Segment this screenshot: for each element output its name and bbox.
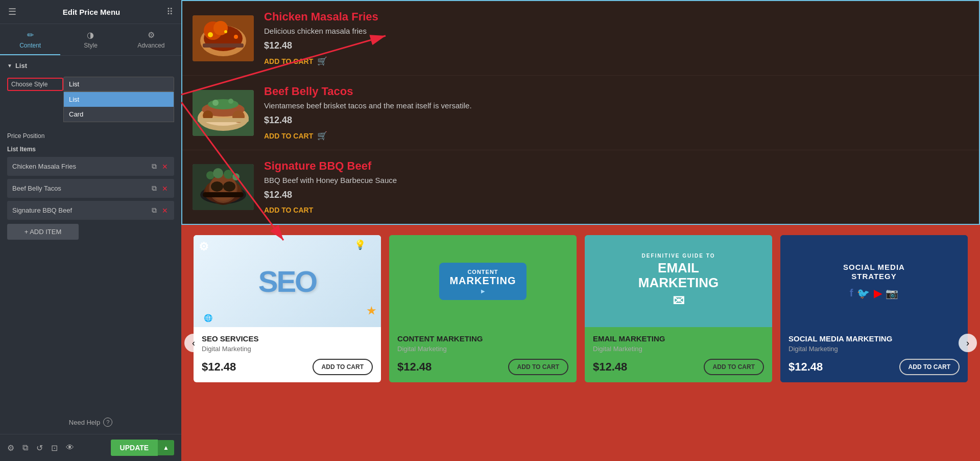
tab-advanced[interactable]: ⚙ Advanced xyxy=(121,24,181,55)
need-help-section: Need Help ? xyxy=(0,410,181,434)
email-envelope-icon: ✉ xyxy=(673,292,684,309)
update-btn-group: UPDATE ▲ xyxy=(111,440,174,456)
list-item-2-actions: ⧉ ✕ xyxy=(151,205,169,216)
card-2-image: DEFINITIVE GUIDE TO EMAILMARKETING ✉ xyxy=(585,235,772,327)
list-item-1-copy[interactable]: ⧉ xyxy=(151,183,158,194)
menu-item-1-desc: Vientamese beef brisket tacos and the me… xyxy=(264,101,969,110)
menu-item-1-cart[interactable]: ADD TO CART 🛒 xyxy=(264,131,327,141)
layers-icon[interactable]: ⧉ xyxy=(22,443,28,453)
card-0-subtitle: Digital Marketing xyxy=(202,345,373,353)
update-button[interactable]: UPDATE xyxy=(111,440,158,456)
card-0-image: SEO ⚙ 💡 ★ 🌐 xyxy=(194,235,381,327)
card-0-price: $12.48 xyxy=(202,360,236,374)
card-2-title: EMAIL MARKETING xyxy=(593,334,764,343)
card-0-cart-button[interactable]: ADD TO CART xyxy=(313,359,373,375)
youtube-icon: ▶ xyxy=(874,287,881,299)
add-item-button[interactable]: + ADD ITEM xyxy=(7,224,79,240)
carousel-prev-arrow[interactable]: ‹ xyxy=(184,334,203,352)
menu-item-2-cart[interactable]: ADD TO CART xyxy=(264,206,313,214)
card-1-image: CONTENT MARKETING ▶ xyxy=(389,235,577,327)
list-item-1-actions: ⧉ ✕ xyxy=(151,183,169,194)
cards-section: SEO ⚙ 💡 ★ 🌐 SEO SERVICES Digital Marketi… xyxy=(181,225,980,461)
menu-item-2-desc: BBQ Beef with Honey Barbecue Sauce xyxy=(264,176,969,185)
menu-item-2-price: $12.48 xyxy=(264,190,969,200)
menu-item-0-desc: Delicious chicken masala fries xyxy=(264,27,969,35)
social-icons-row: f 🐦 ▶ 📷 xyxy=(850,287,899,299)
sidebar-content: ▼ List Choose Style List Card List Card … xyxy=(0,56,181,410)
menu-item-1-price: $12.48 xyxy=(264,115,969,126)
card-2-cart-button[interactable]: ADD TO CART xyxy=(704,359,764,375)
tabs-container: ✏ Content ◑ Style ⚙ Advanced xyxy=(0,24,181,56)
seo-icon-1: ⚙ xyxy=(199,240,209,253)
dropdown-option-card[interactable]: Card xyxy=(64,107,174,122)
menu-item-0-cart[interactable]: ADD TO CART 🛒 xyxy=(264,56,327,66)
svg-point-19 xyxy=(228,99,233,104)
tab-content[interactable]: ✏ Content xyxy=(0,24,60,55)
svg-rect-16 xyxy=(198,118,249,122)
carousel-next-arrow[interactable]: › xyxy=(959,334,977,352)
card-3-title: SOCIAL MEDIA MARKETING xyxy=(788,334,960,343)
menu-item-0: Chicken Masala Fries Delicious chicken m… xyxy=(182,1,979,76)
card-1-title: CONTENT MARKETING xyxy=(397,334,568,343)
twitter-icon: 🐦 xyxy=(857,287,870,299)
card-3-body: SOCIAL MEDIA MARKETING Digital Marketing… xyxy=(780,327,968,382)
list-item-0-actions: ⧉ ✕ xyxy=(151,161,169,172)
list-section-header: ▼ List xyxy=(7,62,174,70)
card-2-subtitle: Digital Marketing xyxy=(593,345,764,353)
svg-point-7 xyxy=(234,35,238,39)
responsive-icon[interactable]: ⊡ xyxy=(51,443,58,453)
settings-icon[interactable]: ⚙ xyxy=(7,443,14,453)
menu-item-0-info: Chicken Masala Fries Delicious chicken m… xyxy=(264,10,969,66)
choose-style-row: Choose Style List Card List Card xyxy=(7,77,174,91)
list-item-0-copy[interactable]: ⧉ xyxy=(151,161,158,172)
menu-item-2: Signature BBQ Beef BBQ Beef with Honey B… xyxy=(182,150,979,224)
sidebar: ☰ Edit Price Menu ⠿ ✏ Content ◑ Style ⚙ … xyxy=(0,0,181,461)
help-icon[interactable]: ? xyxy=(103,418,112,427)
card-3-cart-button[interactable]: ADD TO CART xyxy=(899,359,960,375)
tab-style[interactable]: ◑ Style xyxy=(60,24,121,55)
cart-icon-0: 🛒 xyxy=(317,56,327,66)
seo-icon-4: 🌐 xyxy=(204,314,212,322)
section-arrow-icon: ▼ xyxy=(7,63,12,68)
cards-grid: SEO ⚙ 💡 ★ 🌐 SEO SERVICES Digital Marketi… xyxy=(194,235,968,382)
preview-icon[interactable]: 👁 xyxy=(66,443,74,453)
svg-point-8 xyxy=(224,30,227,33)
card-1-bottom: $12.48 ADD TO CART xyxy=(397,359,568,375)
history-icon[interactable]: ↺ xyxy=(36,443,43,453)
menu-item-1-info: Beef Belly Tacos Vientamese beef brisket… xyxy=(264,85,969,141)
seo-icon-3: ★ xyxy=(367,305,376,317)
menu-item-0-title: Chicken Masala Fries xyxy=(264,10,969,24)
card-3-subtitle: Digital Marketing xyxy=(788,345,960,353)
list-item-2-copy[interactable]: ⧉ xyxy=(151,205,158,216)
update-dropdown-arrow[interactable]: ▲ xyxy=(158,440,174,455)
list-item-2-delete[interactable]: ✕ xyxy=(161,205,169,216)
svg-rect-5 xyxy=(203,43,244,48)
menu-section: Chicken Masala Fries Delicious chicken m… xyxy=(181,0,980,225)
list-item-0-delete[interactable]: ✕ xyxy=(161,162,169,172)
card-0-title: SEO SERVICES xyxy=(202,334,373,343)
list-item-0: Chicken Masala Fries ⧉ ✕ xyxy=(7,157,174,176)
card-3-image: SOCIAL MEDIASTRATEGY f 🐦 ▶ 📷 xyxy=(780,235,968,327)
list-item-1-delete[interactable]: ✕ xyxy=(161,183,169,194)
card-3: SOCIAL MEDIASTRATEGY f 🐦 ▶ 📷 SOCIAL MEDI… xyxy=(780,235,968,382)
sidebar-title: Edit Price Menu xyxy=(63,8,121,16)
dropdown-option-list[interactable]: List xyxy=(64,92,174,107)
svg-point-28 xyxy=(223,181,235,192)
cart-icon-1: 🛒 xyxy=(317,131,327,141)
card-0-bottom: $12.48 ADD TO CART xyxy=(202,359,373,375)
menu-item-1: Beef Belly Tacos Vientamese beef brisket… xyxy=(182,76,979,150)
card-3-price: $12.48 xyxy=(788,360,823,374)
card-2: DEFINITIVE GUIDE TO EMAILMARKETING ✉ EMA… xyxy=(585,235,772,382)
card-1-cart-button[interactable]: ADD TO CART xyxy=(508,359,568,375)
sidebar-header: ☰ Edit Price Menu ⠿ xyxy=(0,0,181,24)
hamburger-icon[interactable]: ☰ xyxy=(8,6,16,17)
facebook-icon: f xyxy=(850,287,853,299)
seo-icon-2: 💡 xyxy=(354,239,366,250)
style-tab-icon: ◑ xyxy=(87,30,94,40)
svg-point-33 xyxy=(232,173,240,180)
style-select[interactable]: List Card xyxy=(63,77,174,91)
menu-item-2-title: Signature BBQ Beef xyxy=(264,159,969,173)
card-0-body: SEO SERVICES Digital Marketing $12.48 AD… xyxy=(194,327,381,382)
menu-item-2-info: Signature BBQ Beef BBQ Beef with Honey B… xyxy=(264,159,969,215)
grid-icon[interactable]: ⠿ xyxy=(166,6,173,17)
